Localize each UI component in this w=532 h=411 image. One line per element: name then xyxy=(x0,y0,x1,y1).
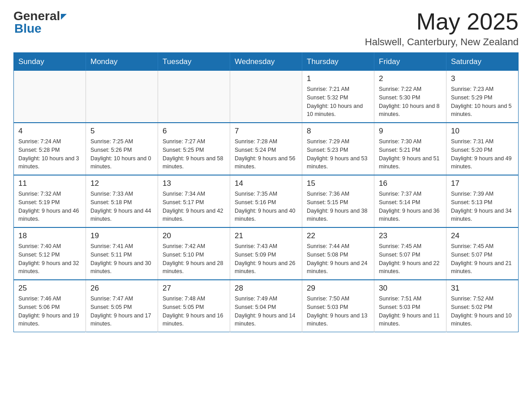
calendar-cell: 15Sunrise: 7:36 AMSunset: 5:15 PMDayligh… xyxy=(302,175,374,227)
day-info: Sunrise: 7:29 AMSunset: 5:23 PMDaylight:… xyxy=(307,137,369,171)
day-number: 29 xyxy=(307,284,369,293)
calendar-week-row: 4Sunrise: 7:24 AMSunset: 5:28 PMDaylight… xyxy=(14,123,519,175)
calendar-cell: 16Sunrise: 7:37 AMSunset: 5:14 PMDayligh… xyxy=(374,175,446,227)
day-number: 17 xyxy=(451,179,514,188)
logo-blue: Blue xyxy=(14,21,67,36)
day-number: 2 xyxy=(379,74,442,83)
day-number: 3 xyxy=(451,74,514,83)
day-info: Sunrise: 7:42 AMSunset: 5:10 PMDaylight:… xyxy=(163,242,225,276)
day-number: 31 xyxy=(451,284,514,293)
day-info: Sunrise: 7:49 AMSunset: 5:04 PMDaylight:… xyxy=(235,295,297,328)
calendar-week-row: 11Sunrise: 7:32 AMSunset: 5:19 PMDayligh… xyxy=(14,175,519,227)
day-info: Sunrise: 7:34 AMSunset: 5:17 PMDaylight:… xyxy=(163,190,225,223)
calendar-cell: 27Sunrise: 7:48 AMSunset: 5:05 PMDayligh… xyxy=(158,280,230,332)
calendar-cell: 29Sunrise: 7:50 AMSunset: 5:03 PMDayligh… xyxy=(302,280,374,332)
calendar-week-row: 18Sunrise: 7:40 AMSunset: 5:12 PMDayligh… xyxy=(14,227,519,280)
day-info: Sunrise: 7:52 AMSunset: 5:02 PMDaylight:… xyxy=(451,295,514,328)
calendar-cell: 1Sunrise: 7:21 AMSunset: 5:32 PMDaylight… xyxy=(302,71,374,123)
day-number: 12 xyxy=(90,179,153,188)
day-info: Sunrise: 7:40 AMSunset: 5:12 PMDaylight:… xyxy=(18,242,81,276)
header-thursday: Thursday xyxy=(302,53,374,71)
calendar-cell: 20Sunrise: 7:42 AMSunset: 5:10 PMDayligh… xyxy=(158,227,230,280)
day-info: Sunrise: 7:39 AMSunset: 5:13 PMDaylight:… xyxy=(451,190,514,223)
day-info: Sunrise: 7:37 AMSunset: 5:14 PMDaylight:… xyxy=(379,190,442,223)
day-number: 15 xyxy=(307,179,369,188)
calendar-cell: 10Sunrise: 7:31 AMSunset: 5:20 PMDayligh… xyxy=(446,123,519,175)
month-year-title: May 2025 xyxy=(365,9,519,34)
day-info: Sunrise: 7:41 AMSunset: 5:11 PMDaylight:… xyxy=(90,242,153,276)
day-number: 22 xyxy=(307,231,369,240)
calendar-cell: 25Sunrise: 7:46 AMSunset: 5:06 PMDayligh… xyxy=(14,280,86,332)
day-info: Sunrise: 7:35 AMSunset: 5:16 PMDaylight:… xyxy=(235,190,297,223)
calendar-week-row: 25Sunrise: 7:46 AMSunset: 5:06 PMDayligh… xyxy=(14,280,519,332)
day-info: Sunrise: 7:45 AMSunset: 5:07 PMDaylight:… xyxy=(451,242,514,276)
day-number: 19 xyxy=(90,231,153,240)
day-info: Sunrise: 7:21 AMSunset: 5:32 PMDaylight:… xyxy=(307,85,369,119)
logo-arrow-icon xyxy=(61,14,67,20)
header-sunday: Sunday xyxy=(14,53,86,71)
title-section: May 2025 Halswell, Canterbury, New Zeala… xyxy=(365,9,519,48)
calendar-cell: 23Sunrise: 7:45 AMSunset: 5:07 PMDayligh… xyxy=(374,227,446,280)
day-number: 20 xyxy=(163,231,225,240)
day-number: 1 xyxy=(307,74,369,83)
day-number: 11 xyxy=(18,179,81,188)
day-number: 18 xyxy=(18,231,81,240)
day-info: Sunrise: 7:43 AMSunset: 5:09 PMDaylight:… xyxy=(235,242,297,276)
calendar-cell: 3Sunrise: 7:23 AMSunset: 5:29 PMDaylight… xyxy=(446,71,519,123)
day-number: 27 xyxy=(163,284,225,293)
day-info: Sunrise: 7:25 AMSunset: 5:26 PMDaylight:… xyxy=(90,137,153,171)
day-number: 10 xyxy=(451,127,514,136)
day-number: 24 xyxy=(451,231,514,240)
day-number: 16 xyxy=(379,179,442,188)
calendar-cell xyxy=(158,71,230,123)
day-number: 8 xyxy=(307,127,369,136)
calendar-cell: 22Sunrise: 7:44 AMSunset: 5:08 PMDayligh… xyxy=(302,227,374,280)
day-info: Sunrise: 7:24 AMSunset: 5:28 PMDaylight:… xyxy=(18,137,81,171)
calendar-cell: 14Sunrise: 7:35 AMSunset: 5:16 PMDayligh… xyxy=(230,175,302,227)
day-info: Sunrise: 7:50 AMSunset: 5:03 PMDaylight:… xyxy=(307,295,369,328)
calendar-cell: 30Sunrise: 7:51 AMSunset: 5:03 PMDayligh… xyxy=(374,280,446,332)
day-info: Sunrise: 7:27 AMSunset: 5:25 PMDaylight:… xyxy=(163,137,225,171)
day-number: 21 xyxy=(235,231,297,240)
calendar-cell: 13Sunrise: 7:34 AMSunset: 5:17 PMDayligh… xyxy=(158,175,230,227)
day-info: Sunrise: 7:31 AMSunset: 5:20 PMDaylight:… xyxy=(451,137,514,171)
day-number: 14 xyxy=(235,179,297,188)
header-tuesday: Tuesday xyxy=(158,53,230,71)
calendar-cell: 11Sunrise: 7:32 AMSunset: 5:19 PMDayligh… xyxy=(14,175,86,227)
day-number: 13 xyxy=(163,179,225,188)
day-number: 7 xyxy=(235,127,297,136)
calendar-cell: 26Sunrise: 7:47 AMSunset: 5:05 PMDayligh… xyxy=(86,280,158,332)
day-info: Sunrise: 7:28 AMSunset: 5:24 PMDaylight:… xyxy=(235,137,297,171)
calendar-cell: 19Sunrise: 7:41 AMSunset: 5:11 PMDayligh… xyxy=(86,227,158,280)
day-info: Sunrise: 7:23 AMSunset: 5:29 PMDaylight:… xyxy=(451,85,514,119)
day-info: Sunrise: 7:33 AMSunset: 5:18 PMDaylight:… xyxy=(90,190,153,223)
calendar-cell: 12Sunrise: 7:33 AMSunset: 5:18 PMDayligh… xyxy=(86,175,158,227)
day-number: 25 xyxy=(18,284,81,293)
calendar-table: SundayMondayTuesdayWednesdayThursdayFrid… xyxy=(13,52,519,332)
calendar-cell xyxy=(86,71,158,123)
day-number: 4 xyxy=(18,127,81,136)
day-number: 30 xyxy=(379,284,442,293)
day-info: Sunrise: 7:45 AMSunset: 5:07 PMDaylight:… xyxy=(379,242,442,276)
location-subtitle: Halswell, Canterbury, New Zealand xyxy=(365,36,519,48)
calendar-cell: 6Sunrise: 7:27 AMSunset: 5:25 PMDaylight… xyxy=(158,123,230,175)
day-info: Sunrise: 7:51 AMSunset: 5:03 PMDaylight:… xyxy=(379,295,442,328)
page-header: General Blue May 2025 Halswell, Canterbu… xyxy=(13,9,519,48)
calendar-cell: 5Sunrise: 7:25 AMSunset: 5:26 PMDaylight… xyxy=(86,123,158,175)
day-info: Sunrise: 7:48 AMSunset: 5:05 PMDaylight:… xyxy=(163,295,225,328)
calendar-cell: 21Sunrise: 7:43 AMSunset: 5:09 PMDayligh… xyxy=(230,227,302,280)
calendar-cell xyxy=(14,71,86,123)
day-info: Sunrise: 7:47 AMSunset: 5:05 PMDaylight:… xyxy=(90,295,153,328)
calendar-cell: 17Sunrise: 7:39 AMSunset: 5:13 PMDayligh… xyxy=(446,175,519,227)
day-number: 9 xyxy=(379,127,442,136)
day-info: Sunrise: 7:46 AMSunset: 5:06 PMDaylight:… xyxy=(18,295,81,328)
logo: General Blue xyxy=(13,9,67,36)
calendar-cell: 8Sunrise: 7:29 AMSunset: 5:23 PMDaylight… xyxy=(302,123,374,175)
calendar-cell: 9Sunrise: 7:30 AMSunset: 5:21 PMDaylight… xyxy=(374,123,446,175)
day-number: 23 xyxy=(379,231,442,240)
calendar-cell: 2Sunrise: 7:22 AMSunset: 5:30 PMDaylight… xyxy=(374,71,446,123)
calendar-cell: 24Sunrise: 7:45 AMSunset: 5:07 PMDayligh… xyxy=(446,227,519,280)
calendar-header-row: SundayMondayTuesdayWednesdayThursdayFrid… xyxy=(14,53,519,71)
calendar-week-row: 1Sunrise: 7:21 AMSunset: 5:32 PMDaylight… xyxy=(14,71,519,123)
calendar-cell xyxy=(230,71,302,123)
